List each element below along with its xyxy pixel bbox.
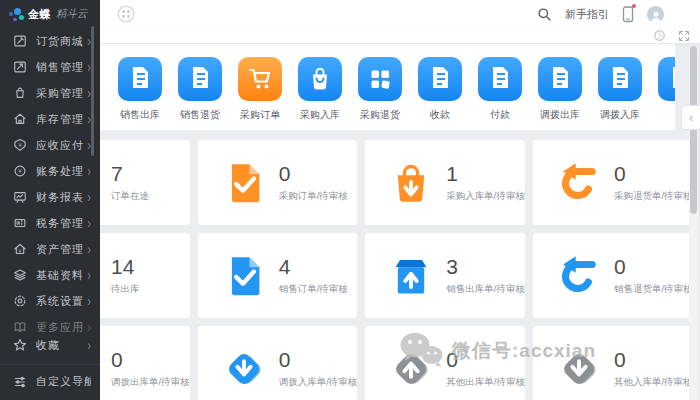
side-panel-toggle[interactable]: ‹ [681, 105, 700, 130]
apps-launcher-icon[interactable] [117, 5, 135, 23]
card-other-outbound-pending[interactable]: 0其他出库单/待审核 [365, 326, 525, 400]
card-sales-return-pending[interactable]: 0销售退货单/待审核 [533, 233, 693, 318]
doc-icon [118, 57, 162, 101]
sidebar-item-tax-mgmt[interactable]: 税务管理› [0, 210, 100, 236]
sidebar-item-favorites[interactable]: 收藏› [0, 332, 100, 358]
sidebar-item-label: 订货商城 [36, 34, 87, 49]
book-icon [13, 320, 27, 332]
sidebar-item-sales-mgmt[interactable]: 销售管理› [0, 54, 100, 80]
shortcut-transfer-in[interactable]: 调拨入库 [598, 57, 642, 130]
card-label: 采购入库单/待审核 [446, 190, 525, 203]
card-to-outbound[interactable]: 14待出库 [100, 233, 190, 318]
sidebar-menu: 订货商城›销售管理›采购管理›库存管理›¥应收应付›¥账务处理›财务报表›税务管… [0, 28, 100, 332]
card-label: 其他出库单/待审核 [446, 376, 525, 389]
card-count: 0 [614, 348, 693, 372]
mobile-app-icon[interactable] [622, 6, 634, 23]
sidebar-item-label: 税务管理 [36, 216, 87, 231]
card-meta: 0调拨入库单/待审核 [279, 348, 358, 388]
shortcut-sales-outbound[interactable]: 销售出库 [118, 57, 162, 130]
chevron-right-icon: › [87, 320, 91, 332]
card-meta: 14待出库 [111, 255, 140, 295]
coin-icon: ¥ [13, 164, 27, 178]
sidebar-item-order-mall[interactable]: 订货商城› [0, 28, 100, 54]
brand-name: 金蝶 [28, 7, 51, 22]
star-icon [13, 338, 27, 352]
shortcut-purchase-return[interactable]: 采购退货 [358, 57, 402, 130]
shortcut-purchase-order[interactable]: 采购订单 [238, 57, 282, 130]
card-purchase-inbound-pending[interactable]: 1采购入库单/待审核 [365, 140, 525, 225]
diamond-up-icon [389, 347, 433, 391]
card-sales-orders-pending[interactable]: 4销售订单/待审核 [198, 233, 358, 318]
page-toolbar: ? [100, 28, 700, 44]
shortcut-purchase-inbound[interactable]: 采购入库 [298, 57, 342, 130]
doc-check-icon [222, 161, 266, 205]
sidebar-item-financial-reports[interactable]: 财务报表› [0, 184, 100, 210]
card-transfer-out-pending[interactable]: 0调拨出库单/待审核 [100, 326, 190, 400]
doc-check-icon [222, 254, 266, 298]
card-other-inbound-pending[interactable]: 0其他入库单/待审核 [533, 326, 693, 400]
shortcut-label: 采购入库 [300, 108, 340, 122]
user-avatar[interactable] [647, 6, 664, 23]
brand-suffix: 精斗云 [56, 7, 88, 21]
card-purchase-return-pending[interactable]: 0采购退货单/待审核 [533, 140, 693, 225]
beginner-guide-link[interactable]: 新手指引 [565, 7, 609, 22]
shortcut-sales-return[interactable]: 销售退货 [178, 57, 222, 130]
sidebar-item-system-settings[interactable]: 系统设置› [0, 288, 100, 314]
card-meta: 0销售退货单/待审核 [614, 255, 693, 295]
shortcut-label: 销售出库 [120, 108, 160, 122]
main-content: 销售出库销售退货采购订单采购入库采购退货收款付款调拨出库调拨入库 7订单在途0采… [100, 44, 700, 400]
undo-icon [557, 161, 601, 205]
card-count: 0 [446, 348, 525, 372]
card-meta: 0其他入库单/待审核 [614, 348, 693, 388]
search-icon[interactable] [537, 7, 552, 22]
sidebar-scrollbar-thumb[interactable] [91, 26, 94, 156]
shortcut-receipt[interactable]: 收款 [418, 57, 462, 130]
sidebar-item-purchase-mgmt[interactable]: 采购管理› [0, 80, 100, 106]
scrollbar-thumb[interactable] [690, 46, 697, 214]
card-label: 销售出库单/待审核 [446, 283, 525, 296]
card-count: 0 [279, 348, 358, 372]
cart-icon [238, 57, 282, 101]
card-sales-outbound-pending[interactable]: 3销售出库单/待审核 [365, 233, 525, 318]
help-icon[interactable]: ? [653, 29, 666, 42]
shortcut-label: 销售退货 [180, 108, 220, 122]
card-purchase-orders-pending[interactable]: 0采购订单/待审核 [198, 140, 358, 225]
card-meta: 0采购订单/待审核 [279, 162, 348, 202]
fullscreen-icon[interactable] [678, 30, 690, 42]
cashbox-icon: ¥ [13, 138, 27, 152]
card-meta: 0调拨出库单/待审核 [111, 348, 190, 388]
top-bar: 新手指引 [100, 0, 700, 29]
stat-card-grid: 7订单在途0采购订单/待审核1采购入库单/待审核0采购退货单/待审核14待出库4… [100, 140, 675, 400]
sidebar-item-base-data[interactable]: 基础资料› [0, 262, 100, 288]
card-orders-in-transit[interactable]: 7订单在途 [100, 140, 190, 225]
card-label: 订单在途 [111, 190, 149, 203]
diamond-down-icon [557, 347, 601, 391]
sidebar-item-receivable-payable[interactable]: ¥应收应付› [0, 132, 100, 158]
sidebar: 金蝶 精斗云 订货商城›销售管理›采购管理›库存管理›¥应收应付›¥账务处理›财… [0, 0, 100, 400]
shortcut-clipped-shortcut[interactable] [658, 57, 675, 130]
sidebar-item-inventory-mgmt[interactable]: 库存管理› [0, 106, 100, 132]
card-meta: 4销售订单/待审核 [279, 255, 348, 295]
card-transfer-in-pending[interactable]: 0调拨入库单/待审核 [198, 326, 358, 400]
sidebar-item-asset-mgmt[interactable]: ¥资产管理› [0, 236, 100, 262]
sidebar-item-label: 财务报表 [36, 190, 87, 205]
svg-text:¥: ¥ [18, 142, 22, 148]
sidebar-item-label: 更多应用 [36, 320, 87, 333]
report-icon [13, 190, 27, 204]
chevron-right-icon: › [87, 338, 91, 352]
card-count: 3 [446, 255, 525, 279]
sidebar-item-label: 系统设置 [36, 294, 87, 309]
bagtile-icon [298, 57, 342, 101]
sidebar-item-accounting[interactable]: ¥账务处理› [0, 158, 100, 184]
card-label: 其他入库单/待审核 [614, 376, 693, 389]
shortcut-transfer-out[interactable]: 调拨出库 [538, 57, 582, 130]
card-meta: 7订单在途 [111, 162, 149, 202]
sidebar-item-more-apps[interactable]: 更多应用› [0, 314, 100, 332]
sidebar-item-label: 销售管理 [36, 60, 87, 75]
sidebar-item-label: 收藏 [36, 338, 87, 353]
layers-icon [13, 268, 27, 282]
sidebar-item-custom-nav[interactable]: 自定义导航 [0, 364, 100, 398]
shortcut-payment[interactable]: 付款 [478, 57, 522, 130]
shortcut-panel: 销售出库销售退货采购订单采购入库采购退货收款付款调拨出库调拨入库 [100, 44, 675, 130]
app-logo: 金蝶 精斗云 [0, 0, 100, 28]
